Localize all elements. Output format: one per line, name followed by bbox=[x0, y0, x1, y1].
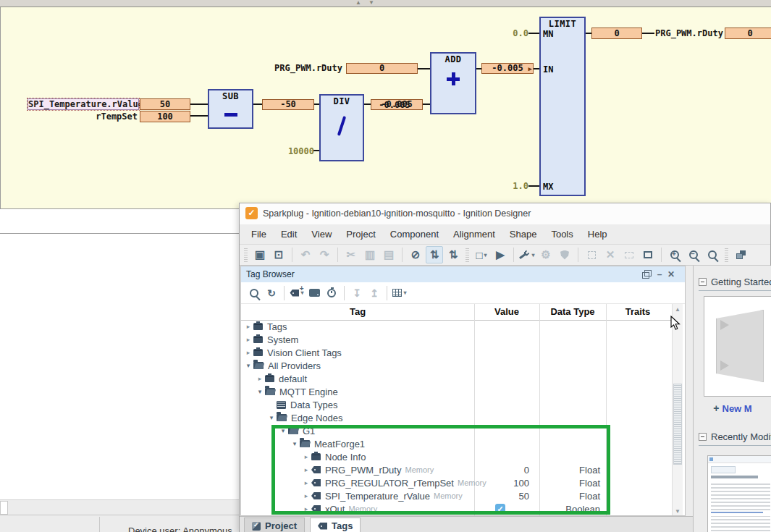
udt-definitions-button[interactable] bbox=[306, 285, 322, 301]
sub-block-title: SUB bbox=[209, 91, 252, 101]
getting-started-thumbnail[interactable] bbox=[704, 296, 771, 397]
save-button[interactable]: ▣ bbox=[251, 246, 269, 263]
zoom-out-button[interactable] bbox=[685, 246, 702, 263]
tree-row-system[interactable]: ▸System bbox=[241, 333, 671, 346]
expander-icon[interactable]: ▾ bbox=[267, 414, 276, 421]
fbd-var-spi-temperature[interactable]: SPI_Temperature.rValue bbox=[28, 98, 139, 110]
fbd-var-pwm-rduty-in[interactable]: PRG_PWM.rDuty bbox=[261, 63, 342, 73]
scrollbar-thumb[interactable] bbox=[673, 384, 682, 465]
fbd-block-sub[interactable]: SUB bbox=[208, 89, 253, 129]
getting-started-header[interactable]: Getting Started bbox=[699, 276, 771, 287]
menu-tools[interactable]: Tools bbox=[544, 229, 580, 240]
menu-alignment[interactable]: Alignment bbox=[446, 229, 502, 240]
tree-row-all-providers[interactable]: ▾All Providers bbox=[241, 359, 671, 372]
shape-tool-button[interactable]: □▾ bbox=[473, 246, 490, 263]
windows-cascade-button[interactable] bbox=[732, 246, 749, 263]
menu-view[interactable]: View bbox=[304, 229, 339, 240]
horizontal-scrollbar[interactable] bbox=[0, 499, 239, 515]
fbd-value-sub-out[interactable]: -50 bbox=[262, 99, 314, 110]
expander-icon[interactable]: ▾ bbox=[244, 362, 253, 369]
menu-file[interactable]: File bbox=[244, 229, 274, 240]
expander-icon[interactable]: ▸ bbox=[244, 349, 253, 356]
splitter-up-icon[interactable]: ▲ bbox=[355, 0, 361, 6]
preview-play-button[interactable]: ▶ bbox=[492, 246, 509, 263]
tree-row-default[interactable]: ▸default bbox=[241, 372, 671, 385]
expander-icon[interactable]: ▸ bbox=[244, 323, 253, 330]
collapse-icon[interactable] bbox=[699, 278, 707, 286]
refresh-button[interactable]: ↻ bbox=[264, 285, 279, 301]
transform-button[interactable] bbox=[639, 246, 657, 263]
tag-browser-title-bar[interactable]: Tag Browser – ✕ bbox=[241, 266, 685, 283]
menu-component[interactable]: Component bbox=[383, 229, 446, 240]
dropdown-caret-icon[interactable]: ▾ bbox=[531, 252, 534, 258]
recently-modified-thumbnail[interactable] bbox=[707, 455, 771, 532]
expander-icon[interactable]: ▾ bbox=[256, 388, 264, 395]
fbd-block-div[interactable]: DIV bbox=[319, 94, 364, 161]
scroll-down-icon[interactable]: ▼ bbox=[673, 507, 683, 515]
vertical-scrollbar[interactable]: ▲ ▼ bbox=[672, 304, 683, 515]
column-header-value[interactable]: Value bbox=[474, 306, 539, 317]
tree-row-tags[interactable]: ▸Tags bbox=[241, 320, 671, 333]
splitter-down-icon[interactable]: ▼ bbox=[368, 0, 374, 6]
menu-shape[interactable]: Shape bbox=[502, 229, 544, 240]
fbd-value-spi[interactable]: 50 bbox=[140, 98, 190, 110]
divide-operator-icon bbox=[337, 116, 346, 136]
tools-wrench-button[interactable]: ▾ bbox=[518, 246, 536, 263]
fbd-value-rtempset[interactable]: 100 bbox=[140, 111, 190, 122]
expander-icon[interactable]: ▸ bbox=[256, 375, 264, 382]
search-button[interactable] bbox=[246, 285, 262, 301]
tree-row-edge-nodes[interactable]: ▾Edge Nodes bbox=[241, 411, 671, 424]
panel-minimize-icon[interactable]: – bbox=[654, 268, 665, 280]
horizontal-scrollbar-thumb[interactable] bbox=[0, 501, 8, 515]
zoom-reset-button[interactable] bbox=[704, 246, 721, 263]
table-options-button[interactable]: ▾ bbox=[392, 285, 408, 301]
toolbar-separator bbox=[578, 248, 578, 262]
dropdown-caret-icon[interactable]: ▾ bbox=[403, 290, 406, 296]
undo-button-icon: ↶ bbox=[301, 248, 311, 261]
triangle-shape bbox=[720, 360, 729, 371]
timer-button[interactable] bbox=[324, 285, 340, 301]
tags-tab-label: Tags bbox=[332, 520, 353, 531]
expander-icon[interactable]: ▸ bbox=[244, 336, 253, 343]
panel-float-icon[interactable] bbox=[640, 268, 652, 280]
fbd-canvas[interactable]: SPI_Temperature.rValue 50 rTempSet 100 S… bbox=[0, 7, 771, 209]
comm-off-button[interactable]: ⊘ bbox=[407, 246, 424, 263]
column-header-tag[interactable]: Tag bbox=[241, 306, 474, 317]
comm-read-button[interactable]: ⇅ bbox=[426, 246, 443, 263]
menu-project[interactable]: Project bbox=[339, 229, 382, 240]
zoom-in-button[interactable] bbox=[666, 246, 683, 263]
menu-help[interactable]: Help bbox=[581, 229, 615, 240]
fbd-var-rtempset[interactable]: rTempSet bbox=[65, 111, 138, 122]
column-header-traits[interactable]: Traits bbox=[606, 306, 670, 317]
fbd-const-10000[interactable]: 10000 bbox=[264, 146, 314, 156]
fbd-value-out[interactable]: 0 bbox=[725, 28, 771, 39]
fbd-const-mx[interactable]: 1.0 bbox=[507, 181, 528, 191]
tab-project[interactable]: Project bbox=[244, 518, 305, 532]
window-title-bar[interactable]: ✓ Sparkplug - Ignition-debian10-ignition… bbox=[240, 203, 770, 225]
recently-modified-header[interactable]: Recently Modified bbox=[699, 431, 771, 442]
save-project-button[interactable]: ⊡ bbox=[270, 246, 287, 263]
collapse-icon[interactable] bbox=[699, 433, 707, 441]
new-main-window-link[interactable]: +New M bbox=[694, 402, 771, 414]
fbd-block-limit[interactable]: LIMIT MN IN MX bbox=[539, 17, 586, 196]
fbd-var-pwm-rduty-out[interactable]: PRG_PWM.rDuty bbox=[655, 28, 723, 38]
size-collapse-button-icon: ✕ bbox=[606, 248, 615, 261]
column-header-datatype[interactable]: Data Type bbox=[539, 306, 606, 317]
vertical-splitter[interactable]: ▲ ▼ bbox=[0, 0, 771, 7]
scroll-up-icon[interactable]: ▲ bbox=[673, 305, 683, 314]
menu-edit[interactable]: Edit bbox=[274, 229, 304, 240]
fbd-value-add-out[interactable]: -0.005▶ bbox=[481, 63, 534, 74]
tree-row-mqtt-engine[interactable]: ▾MQTT Engine bbox=[241, 385, 671, 398]
tree-row-data-types[interactable]: Data Types bbox=[241, 398, 671, 411]
comm-read-write-button[interactable]: ⇅ bbox=[445, 246, 462, 263]
tree-row-vision-client-tags[interactable]: ▸Vision Client Tags bbox=[241, 346, 671, 359]
green-highlight-box bbox=[271, 425, 610, 515]
fbd-block-add[interactable]: ADD bbox=[430, 52, 476, 114]
fbd-const-mn[interactable]: 0.0 bbox=[507, 28, 528, 38]
fbd-value-pwm-in[interactable]: 0 bbox=[346, 63, 418, 74]
fbd-value-limit-out[interactable]: 0 bbox=[591, 28, 642, 39]
tab-tags[interactable]: Tags bbox=[310, 518, 361, 532]
new-tag-button[interactable]: ▾ bbox=[289, 285, 305, 301]
panel-close-icon[interactable]: ✕ bbox=[665, 268, 677, 280]
dropdown-caret-icon[interactable]: ▾ bbox=[484, 252, 487, 258]
